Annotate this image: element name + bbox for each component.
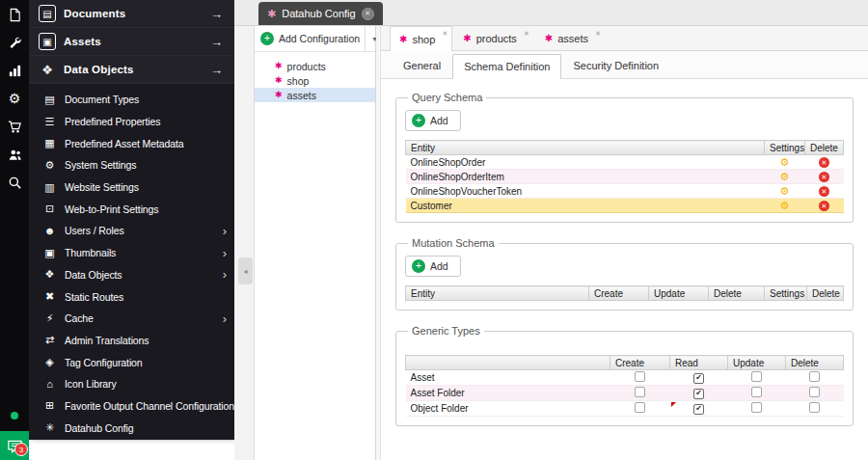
sidebar-item-users-roles[interactable]: ☻ Users / Roles › — [29, 220, 234, 242]
column-header[interactable]: Entity — [406, 141, 765, 155]
delete-icon[interactable]: ✕ — [819, 157, 829, 168]
plus-icon: + — [412, 259, 425, 273]
update-checkbox[interactable] — [751, 402, 762, 413]
generic-types-legend: Generic Types — [408, 325, 484, 337]
settings-gear-icon[interactable]: ⚙ — [780, 157, 790, 168]
column-header[interactable]: Create — [589, 286, 649, 301]
tree-item-shop[interactable]: ✱ shop — [255, 73, 375, 88]
menu-section-assets[interactable]: ▣ Assets → — [29, 28, 234, 56]
close-icon[interactable]: ✕ — [442, 30, 448, 38]
window-tab-datahub-config[interactable]: ✱ Datahub Config ✕ — [258, 2, 383, 25]
tab-shop[interactable]: ✱ shop ✕ — [390, 26, 452, 51]
read-checkbox[interactable]: ✔ — [693, 389, 704, 399]
close-icon[interactable]: ✕ — [595, 30, 601, 38]
menu-section-data-objects[interactable]: ❖ Data Objects → — [29, 56, 234, 84]
sidebar-item-icon-library[interactable]: ⌂ Icon Library — [29, 373, 234, 395]
entity-cell: OnlineShopOrder — [406, 155, 765, 170]
delete-cell: ✕ — [805, 199, 844, 213]
column-header[interactable]: Delete — [709, 286, 765, 301]
add-configuration-button[interactable]: + Add Configuration ▼ — [255, 26, 375, 52]
sidebar-item-document-types[interactable]: ▤ Document Types — [29, 89, 234, 111]
column-header[interactable]: Create — [610, 356, 670, 370]
tab-products[interactable]: ✱ products ✕ — [453, 26, 534, 50]
column-header[interactable]: Delete — [805, 141, 844, 155]
column-header[interactable]: Update — [728, 356, 786, 370]
users-icon[interactable] — [7, 147, 22, 162]
tab-assets[interactable]: ✱ assets ✕ — [535, 26, 606, 50]
sidebar-item-favorite-output-channel-configurations[interactable]: ⊞ Favorite Output Channel Configurations — [29, 395, 234, 418]
settings-icon[interactable]: ⚙ — [7, 91, 22, 106]
sidebar-item-static-routes[interactable]: ✖ Static Routes — [29, 285, 234, 308]
sidebar-item-data-objects[interactable]: ❖ Data Objects › — [29, 264, 234, 286]
tree-item-assets[interactable]: ✱ assets — [255, 88, 375, 102]
collapse-handle[interactable]: ◂ — [238, 257, 253, 284]
column-header[interactable]: Settings — [765, 141, 805, 155]
close-icon[interactable]: ✕ — [524, 30, 529, 38]
delete-checkbox[interactable] — [809, 402, 820, 413]
subtab-general[interactable]: General — [392, 53, 452, 78]
update-checkbox[interactable] — [751, 387, 762, 397]
mutation-add-button[interactable]: + Add — [405, 256, 461, 277]
tools-icon[interactable] — [7, 35, 22, 50]
column-header[interactable]: Update — [649, 286, 709, 301]
query-add-button[interactable]: + Add — [405, 110, 461, 131]
column-header[interactable]: Settings — [765, 286, 807, 301]
create-checkbox[interactable] — [635, 402, 645, 413]
sidebar-item-predefined-properties[interactable]: ☰ Predefined Properties — [29, 111, 234, 133]
entity-cell: OnlineShopOrderItem — [406, 170, 765, 184]
sidebar-item-label: Web-to-Print Settings — [65, 203, 159, 215]
column-header[interactable] — [406, 356, 610, 370]
add-label: Add — [430, 115, 448, 126]
create-checkbox[interactable] — [635, 371, 645, 382]
delete-icon[interactable]: ✕ — [819, 172, 829, 182]
sidebar-item-website-settings[interactable]: ▥ Website Settings — [29, 176, 234, 199]
create-checkbox[interactable] — [635, 387, 645, 397]
admin-translations-icon: ⇄ — [42, 334, 57, 346]
update-checkbox[interactable] — [751, 371, 762, 382]
delete-icon[interactable]: ✕ — [819, 201, 829, 211]
read-checkbox[interactable]: ✔ — [693, 373, 704, 384]
sidebar-item-predefined-asset-metadata[interactable]: ▦ Predefined Asset Metadata — [29, 132, 234, 154]
settings-gear-icon[interactable]: ⚙ — [780, 172, 790, 182]
sidebar-item-thumbnails[interactable]: ▣ Thumbnails › — [29, 242, 234, 264]
delete-icon[interactable]: ✕ — [819, 186, 829, 197]
settings-gear-icon[interactable]: ⚙ — [780, 201, 790, 211]
subtab-schema-definition[interactable]: Schema Definition — [452, 54, 561, 79]
chevron-right-icon: › — [223, 247, 227, 259]
sidebar-item-cache[interactable]: ⚡ Cache › — [29, 308, 234, 330]
tree-item-products[interactable]: ✱ products — [255, 59, 375, 73]
delete-checkbox[interactable] — [809, 371, 820, 382]
subtab-security-definition[interactable]: Security Definition — [561, 53, 670, 78]
sidebar-item-datahub-config[interactable]: ✳ Datahub Config — [29, 417, 234, 439]
settings-gear-icon[interactable]: ⚙ — [780, 186, 790, 197]
reports-icon[interactable] — [7, 63, 22, 78]
column-header[interactable]: Delete — [807, 286, 844, 301]
config-item-icon: ✱ — [275, 91, 283, 99]
file-icon[interactable] — [7, 7, 22, 22]
table-row[interactable]: Customer ⚙ ✕ — [406, 199, 844, 213]
column-header[interactable]: Delete — [786, 356, 844, 370]
column-header[interactable]: Read — [670, 356, 728, 370]
sidebar-item-web-to-print-settings[interactable]: ⊡ Web-to-Print Settings — [29, 198, 234, 220]
cart-icon[interactable] — [7, 119, 22, 134]
update-cell — [728, 370, 786, 386]
table-row[interactable]: OnlineShopVoucherToken ⚙ ✕ — [406, 184, 844, 199]
delete-checkbox[interactable] — [809, 387, 820, 397]
close-icon[interactable]: ✕ — [362, 8, 374, 20]
read-checkbox[interactable]: ✔ — [693, 404, 704, 415]
query-schema-legend: Query Schema — [408, 92, 486, 103]
sidebar-item-admin-translations[interactable]: ⇄ Admin Translations — [29, 330, 234, 352]
tag-configuration-icon: ◈ — [42, 356, 57, 368]
menu-section-documents[interactable]: ▤ Documents → — [29, 0, 234, 28]
sidebar-item-system-settings[interactable]: ⚙ System Settings — [29, 154, 234, 176]
sidebar-item-label: Static Routes — [65, 291, 123, 303]
table-row[interactable]: OnlineShopOrder ⚙ ✕ — [406, 155, 844, 170]
table-row[interactable]: OnlineShopOrderItem ⚙ ✕ — [406, 170, 844, 184]
column-header[interactable]: Entity — [406, 286, 589, 301]
datahub-icon: ✱ — [267, 8, 276, 20]
search-icon[interactable] — [7, 175, 22, 190]
sidebar-item-tag-configuration[interactable]: ◈ Tag Configuration — [29, 351, 234, 373]
mutation-schema-table: EntityCreateUpdateDeleteSettingsDelete — [405, 285, 844, 301]
chat-button[interactable]: 3 — [0, 431, 29, 460]
datahub-config-icon: ✳ — [42, 421, 57, 434]
